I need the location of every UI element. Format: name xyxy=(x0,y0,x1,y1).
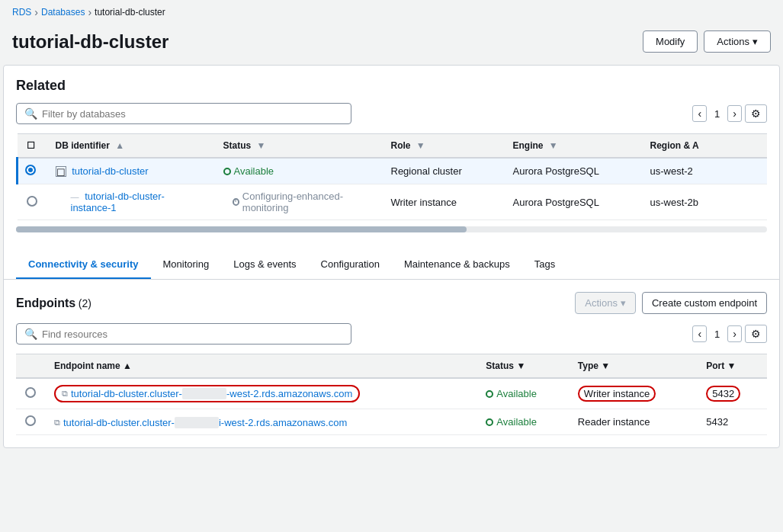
row-region: us-west-2b xyxy=(641,184,768,220)
endpoints-header: Endpoints (2) Actions ▾ Create custom en… xyxy=(16,292,767,314)
col-header-select: ☐ xyxy=(18,134,47,159)
sort-icon-ep-name: ▲ xyxy=(123,361,132,371)
db-search-box[interactable]: 🔍 xyxy=(16,103,351,124)
endpoints-table: Endpoint name ▲ Status ▼ Type ▼ Port xyxy=(16,354,767,435)
settings-btn[interactable]: ⚙ xyxy=(745,104,767,123)
status-clock-icon xyxy=(233,198,239,206)
endpoints-actions-area: Actions ▾ Create custom endpoint xyxy=(575,292,767,314)
tab-connectivity-security[interactable]: Connectivity & security xyxy=(16,251,151,279)
breadcrumb-sep-2: › xyxy=(88,6,91,18)
endpoints-search-box[interactable]: 🔍 xyxy=(16,323,351,345)
row-status: Configuring-enhanced-monitoring xyxy=(214,184,382,220)
sort-icon-role: ▼ xyxy=(416,140,425,151)
row-radio[interactable] xyxy=(18,184,47,220)
chevron-down-icon: ▾ xyxy=(753,36,758,47)
endpoints-count: (2) xyxy=(79,297,91,309)
tab-logs-events[interactable]: Logs & events xyxy=(221,251,308,279)
endpoints-search-icon: 🔍 xyxy=(24,328,37,340)
db-instance-link[interactable]: tutorial-db-cluster-instance-1 xyxy=(71,191,165,213)
col-header-ep-status[interactable]: Status ▼ xyxy=(477,354,569,379)
tab-tags[interactable]: Tags xyxy=(522,251,567,279)
ep-name-link-1[interactable]: tutorial-db-cluster.cluster-xxxx-west-2.… xyxy=(71,388,352,399)
actions-button[interactable]: Actions ▾ xyxy=(704,30,771,53)
prev-page-btn[interactable]: ‹ xyxy=(692,105,707,122)
table-scrollbar[interactable] xyxy=(16,220,767,239)
next-page-btn[interactable]: › xyxy=(727,105,742,122)
radio-selected[interactable] xyxy=(25,165,36,175)
ep-name-blurred-1: xxxx xyxy=(182,388,226,399)
endpoint-row-writer: ⧉ tutorial-db-cluster.cluster-xxxx-west-… xyxy=(16,378,767,409)
ep-name-link-2[interactable]: tutorial-db-cluster.cluster-xxxxi-west-2… xyxy=(63,417,347,428)
ep-name-blurred-2: xxxx xyxy=(175,417,219,428)
endpoints-title-area: Endpoints (2) xyxy=(16,296,91,310)
tab-configuration[interactable]: Configuration xyxy=(309,251,392,279)
endpoints-page-number: 1 xyxy=(710,328,724,340)
select-all-checkbox[interactable]: ☐ xyxy=(27,140,35,151)
endpoints-actions-button[interactable]: Actions ▾ xyxy=(575,292,636,314)
status-available: Available xyxy=(223,165,373,177)
endpoints-prev-page-btn[interactable]: ‹ xyxy=(692,325,707,342)
endpoints-settings-btn[interactable]: ⚙ xyxy=(745,325,767,343)
tab-monitoring[interactable]: Monitoring xyxy=(151,251,222,279)
ep-status-dot-2 xyxy=(486,418,493,426)
ep-row-type: Writer instance xyxy=(569,378,697,409)
col-header-ep-name[interactable]: Endpoint name ▲ xyxy=(45,354,477,379)
chevron-down-icon: ▾ xyxy=(621,297,626,309)
row-radio[interactable] xyxy=(18,158,47,184)
breadcrumb-rds[interactable]: RDS xyxy=(12,7,31,18)
row-status: Available xyxy=(214,158,382,184)
col-header-region[interactable]: Region & A xyxy=(641,134,768,159)
row-engine: Aurora PostgreSQL xyxy=(504,158,641,184)
sort-icon-ep-status: ▼ xyxy=(516,361,525,371)
ep-row-port: 5432 xyxy=(697,378,767,409)
page-header: tutorial-db-cluster Modify Actions ▾ xyxy=(0,24,783,65)
col-header-ep-select xyxy=(16,354,45,379)
db-pagination: ‹ 1 › ⚙ xyxy=(692,104,767,123)
table-row: ☐ tutorial-db-cluster Available Regional… xyxy=(18,158,768,184)
main-content-card: Related 🔍 ‹ 1 › ⚙ ☐ xyxy=(3,65,780,448)
row-engine: Aurora PostgreSQL xyxy=(504,184,641,220)
col-header-role[interactable]: Role ▼ xyxy=(382,134,504,159)
ep-status-available-1: Available xyxy=(486,388,560,399)
copy-icon-2[interactable]: ⧉ xyxy=(54,418,60,428)
breadcrumb-current: tutorial-db-cluster xyxy=(95,7,165,18)
table-row: — tutorial-db-cluster-instance-1 Configu… xyxy=(18,184,768,220)
modify-button[interactable]: Modify xyxy=(643,30,698,53)
sort-icon-status: ▼ xyxy=(257,140,266,151)
endpoints-pagination: ‹ 1 › ⚙ xyxy=(692,325,767,343)
sort-icon-dbid: ▲ xyxy=(115,140,124,151)
endpoints-filter-row: 🔍 ‹ 1 › ⚙ xyxy=(16,323,767,345)
radio-unselected[interactable] xyxy=(27,196,37,207)
row-role: Regional cluster xyxy=(382,158,504,184)
ep-row-status-2: Available xyxy=(477,409,569,435)
create-custom-endpoint-button[interactable]: Create custom endpoint xyxy=(642,292,767,314)
col-header-engine[interactable]: Engine ▼ xyxy=(504,134,641,159)
ep-row-radio-2[interactable] xyxy=(16,409,45,435)
col-header-status[interactable]: Status ▼ xyxy=(214,134,382,159)
db-search-input[interactable] xyxy=(42,108,343,120)
col-header-dbid[interactable]: DB identifier ▲ xyxy=(47,134,214,159)
row-dbid: — tutorial-db-cluster-instance-1 xyxy=(47,184,214,220)
breadcrumb-sep-1: › xyxy=(34,6,38,18)
breadcrumb-databases[interactable]: Databases xyxy=(41,7,85,18)
ep-radio-2[interactable] xyxy=(25,415,36,426)
copy-icon-1[interactable]: ⧉ xyxy=(62,389,68,399)
endpoints-search-input[interactable] xyxy=(42,328,343,340)
col-header-ep-port[interactable]: Port ▼ xyxy=(697,354,767,379)
endpoints-section: Endpoints (2) Actions ▾ Create custom en… xyxy=(4,280,779,447)
ep-radio-1[interactable] xyxy=(25,387,36,398)
ep-row-type-2: Reader instance xyxy=(569,409,697,435)
ep-row-status: Available xyxy=(477,378,569,409)
sort-icon-engine: ▼ xyxy=(549,140,558,151)
db-cluster-link[interactable]: tutorial-db-cluster xyxy=(72,165,148,177)
header-actions: Modify Actions ▾ xyxy=(643,30,771,53)
tab-maintenance-backups[interactable]: Maintenance & backups xyxy=(392,251,522,279)
page-title: tutorial-db-cluster xyxy=(12,31,168,53)
endpoint-row-reader: ⧉ tutorial-db-cluster.cluster-xxxxi-west… xyxy=(16,409,767,435)
databases-table: ☐ DB identifier ▲ Status ▼ Role ▼ xyxy=(16,133,767,220)
status-configuring: Configuring-enhanced-monitoring xyxy=(233,191,373,213)
col-header-ep-type[interactable]: Type ▼ xyxy=(569,354,697,379)
endpoints-next-page-btn[interactable]: › xyxy=(727,325,742,342)
search-icon: 🔍 xyxy=(24,107,37,120)
ep-row-radio[interactable] xyxy=(16,378,45,409)
